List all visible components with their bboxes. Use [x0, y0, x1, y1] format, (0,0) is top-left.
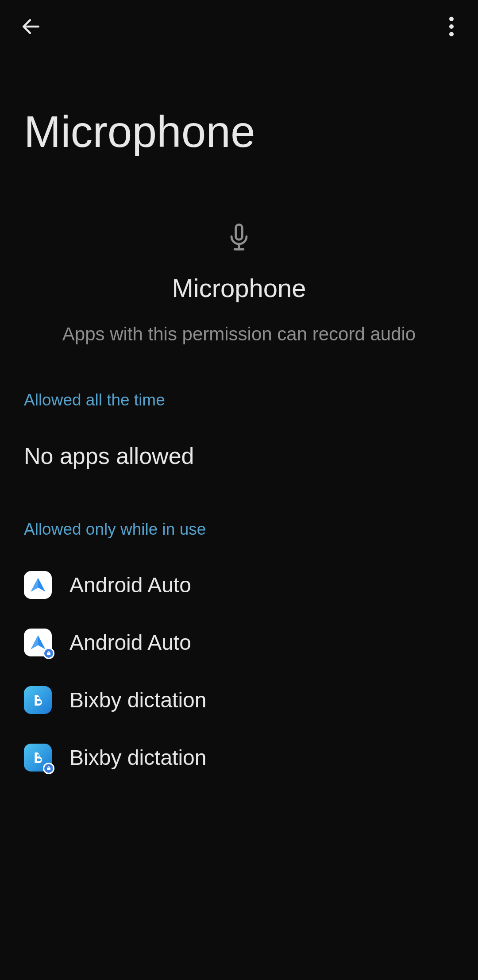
page-title: Microphone	[0, 53, 478, 157]
app-row-android-auto-work[interactable]: Android Auto	[24, 614, 454, 671]
app-icon	[24, 571, 52, 599]
app-row-bixby-dictation-work[interactable]: Bixby dictation	[24, 729, 454, 787]
svg-point-2	[449, 24, 454, 29]
svg-point-3	[449, 32, 454, 36]
app-icon	[24, 744, 52, 772]
toolbar	[0, 0, 478, 53]
app-icon	[24, 686, 52, 714]
app-list: Android Auto Android Auto	[0, 556, 478, 787]
no-apps-text: No apps allowed	[0, 427, 478, 485]
android-auto-icon	[24, 571, 52, 599]
work-profile-badge-icon	[43, 648, 54, 659]
microphone-icon	[226, 224, 252, 255]
app-row-bixby-dictation[interactable]: Bixby dictation	[24, 671, 454, 729]
bixby-icon	[24, 686, 52, 714]
arrow-back-icon	[20, 15, 42, 38]
app-label: Android Auto	[69, 573, 191, 597]
section-header-all-time: Allowed all the time	[0, 391, 478, 409]
section-header-while-in-use: Allowed only while in use	[0, 520, 478, 539]
svg-rect-8	[47, 768, 50, 770]
more-options-button[interactable]	[438, 13, 465, 40]
permission-description: Apps with this permission can record aud…	[62, 322, 416, 347]
app-icon	[24, 629, 52, 656]
permission-name: Microphone	[172, 273, 306, 303]
app-row-android-auto[interactable]: Android Auto	[24, 556, 454, 614]
permission-hero: Microphone Apps with this permission can…	[0, 224, 478, 347]
svg-point-1	[449, 17, 454, 21]
work-profile-badge-icon	[43, 763, 54, 774]
svg-rect-7	[47, 652, 50, 655]
app-label: Android Auto	[69, 630, 191, 655]
app-label: Bixby dictation	[69, 745, 207, 770]
app-label: Bixby dictation	[69, 688, 207, 712]
svg-rect-4	[236, 224, 243, 239]
back-button[interactable]	[18, 13, 44, 40]
more-vertical-icon	[449, 16, 454, 37]
